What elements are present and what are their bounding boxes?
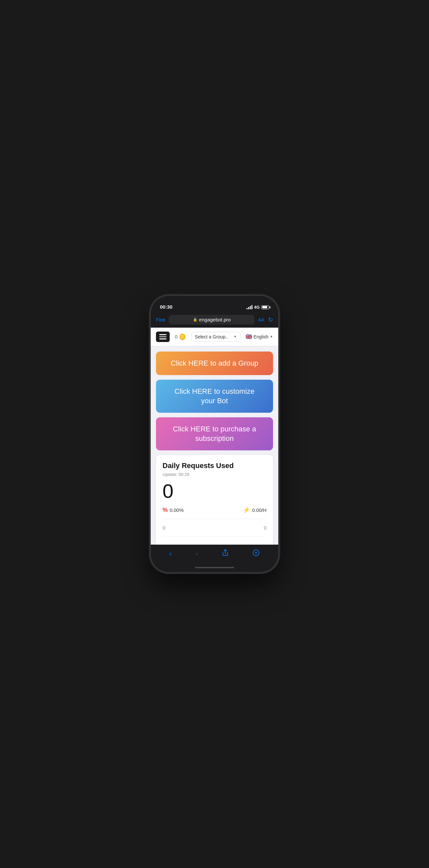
stats-update-time: Update: 00:29 xyxy=(163,472,266,477)
svg-point-0 xyxy=(253,550,259,556)
share-button[interactable] xyxy=(220,547,231,561)
stats-right-value: 0 xyxy=(264,525,266,531)
flag-icon: 🇬🇧 xyxy=(245,334,252,340)
stats-request-count: 0 xyxy=(163,482,266,501)
browser-back-button[interactable]: Fine xyxy=(156,317,165,322)
home-indicator xyxy=(151,563,278,572)
bolt-icon: ⚡ xyxy=(243,506,250,514)
stats-divider-2 xyxy=(163,536,266,537)
per-hour-metric: ⚡ 0.00/H xyxy=(243,506,266,514)
stats-metrics-row: % 0.00% ⚡ 0.00/H xyxy=(163,506,266,514)
coins-badge: 0 🪙 xyxy=(175,333,186,340)
lock-icon: 🔒 xyxy=(193,317,198,322)
subscription-line1: Click HERE to purchase a xyxy=(173,425,256,433)
customize-line1: Click HERE to customize xyxy=(175,387,255,395)
battery-icon xyxy=(261,305,269,309)
forward-navigation-button[interactable]: › xyxy=(193,547,200,561)
browser-bar: Fine 🔒 engagebot.pro AA ↻ xyxy=(151,312,278,328)
signal-bars-icon xyxy=(246,305,253,309)
status-time: 00:30 xyxy=(160,304,172,310)
status-icons: 4G xyxy=(246,305,269,310)
percent-icon: % xyxy=(163,507,168,514)
per-hour-value: 0.00/H xyxy=(252,507,266,513)
url-text: engagebot.pro xyxy=(199,317,231,322)
app-navbar: 0 🪙 Select a Group.. ▼ 🇬🇧 English ▼ xyxy=(151,328,278,346)
reader-mode-button[interactable]: AA xyxy=(258,317,264,322)
network-type: 4G xyxy=(254,305,260,310)
language-label: English xyxy=(254,334,268,339)
browser-actions: AA ↻ xyxy=(258,316,273,323)
stats-card-title: Daily Requests Used xyxy=(163,462,266,470)
svg-point-1 xyxy=(255,552,257,554)
page-content: 0 🪙 Select a Group.. ▼ 🇬🇧 English ▼ Clic… xyxy=(151,328,278,545)
coin-count: 0 xyxy=(175,334,177,339)
hamburger-menu-button[interactable] xyxy=(156,332,170,342)
bottom-browser-bar: ‹ › xyxy=(151,545,278,563)
phone-notch xyxy=(193,296,236,306)
stats-bottom-row: 0 0 xyxy=(163,522,266,533)
compass-button[interactable] xyxy=(250,547,262,561)
battery-fill xyxy=(262,306,267,308)
browser-url-bar[interactable]: 🔒 engagebot.pro xyxy=(169,315,255,324)
language-select-dropdown[interactable]: 🇬🇧 English ▼ xyxy=(245,334,273,340)
purchase-subscription-button[interactable]: Click HERE to purchase a subscription xyxy=(156,417,273,451)
stats-left-value: 0 xyxy=(163,525,165,531)
home-bar xyxy=(195,567,234,568)
daily-requests-card: Daily Requests Used Update: 00:29 0 % 0.… xyxy=(156,455,273,545)
customize-line2: your Bot xyxy=(201,397,228,405)
percent-metric: % 0.00% xyxy=(163,507,184,514)
chevron-down-icon: ▼ xyxy=(233,335,237,338)
group-select-dropdown[interactable]: Select a Group.. ▼ xyxy=(191,332,240,342)
coin-icon: 🪙 xyxy=(179,333,186,340)
group-select-label: Select a Group.. xyxy=(195,334,228,339)
hamburger-icon xyxy=(159,334,166,339)
refresh-button[interactable]: ↻ xyxy=(268,316,273,323)
main-content: Click HERE to add a Group Click HERE to … xyxy=(151,346,278,545)
stats-divider xyxy=(163,519,266,519)
lang-chevron-down-icon: ▼ xyxy=(270,335,273,338)
customize-bot-button[interactable]: Click HERE to customize your Bot xyxy=(156,380,273,413)
back-navigation-button[interactable]: ‹ xyxy=(167,547,174,561)
add-group-button[interactable]: Click HERE to add a Group xyxy=(156,351,273,375)
subscription-line2: subscription xyxy=(195,434,233,442)
percent-value: 0.00% xyxy=(170,507,184,513)
